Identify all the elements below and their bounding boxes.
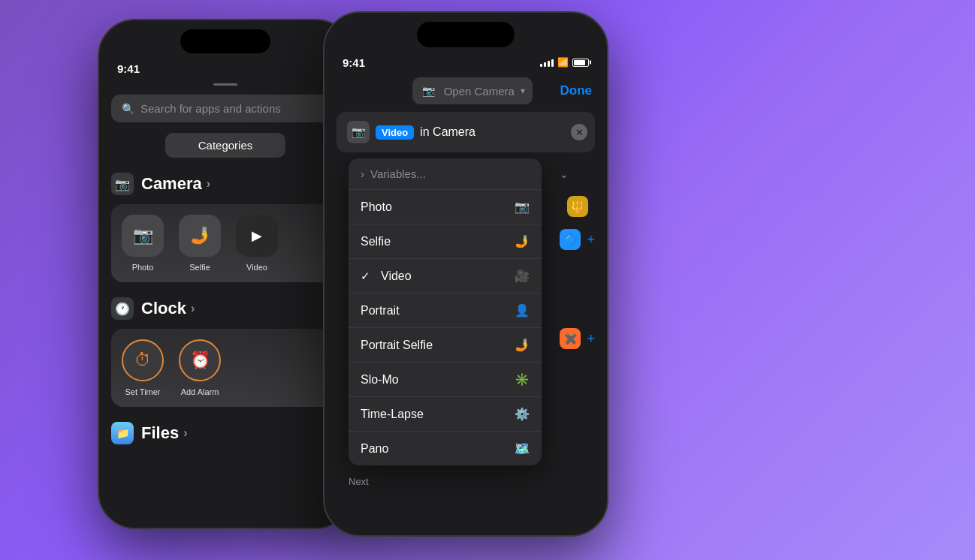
- portrait-selfie-item-label: Portrait Selfie: [361, 339, 433, 352]
- status-bar-2: 9:41 📶: [324, 53, 607, 71]
- camera-section-icon: 📷: [111, 173, 134, 195]
- slomo-item-left: Slo-Mo: [361, 373, 399, 387]
- done-button[interactable]: Done: [560, 83, 593, 98]
- search-bar[interactable]: 🔍 Search for apps and actions: [111, 95, 340, 122]
- action-block-text: in Camera: [420, 125, 475, 139]
- portrait-item-label: Portrait: [361, 304, 400, 318]
- files-section: 📁 Files ›: [111, 422, 340, 444]
- signal-bar-4: [551, 59, 554, 67]
- battery-icon: [572, 59, 589, 67]
- camera-section-header: 📷 Camera ›: [111, 173, 340, 195]
- selfie-label: Selfie: [189, 263, 210, 272]
- selfie-icon: 🤳: [179, 215, 221, 257]
- dropdown-item-portrait-selfie[interactable]: Portrait Selfie 🤳: [349, 328, 542, 363]
- timer-icon: ⏱: [122, 339, 164, 381]
- timelapse-item-left: Time-Lapse: [361, 408, 424, 421]
- dropdown-item-selfie[interactable]: Selfie 🤳: [349, 224, 542, 259]
- dynamic-island-1: [180, 29, 270, 53]
- clock-actions-scroll: ⏱ Set Timer ⏰ Add Alarm: [111, 329, 340, 407]
- action-video[interactable]: ▶ Video: [234, 215, 279, 272]
- panel-item-3: ✖️ +: [560, 322, 595, 355]
- chevron-down-icon: ⌄: [560, 168, 569, 180]
- portrait-selfie-item-icon: 🤳: [515, 338, 530, 352]
- panel-chevron-area: ⌄: [560, 158, 595, 190]
- variables-label: Variables...: [370, 167, 426, 180]
- action-block-camera-icon: 📷: [347, 121, 370, 143]
- phone2-header: 📷 Open Camera ▾ Done: [324, 71, 607, 112]
- time-1: 9:41: [117, 62, 140, 75]
- panel-icon-yellow: 🔱: [567, 196, 588, 217]
- portrait-item-icon: 👤: [515, 303, 530, 318]
- alarm-label: Add Alarm: [181, 387, 219, 396]
- dropdown-item-video[interactable]: ✓ Video 🎥: [349, 259, 542, 294]
- camera-chevron: ›: [207, 177, 210, 191]
- pano-item-label: Pano: [361, 442, 388, 456]
- clock-section-icon: 🕐: [111, 297, 134, 320]
- dropdown-item-timelapse[interactable]: Time-Lapse ⚙️: [349, 397, 542, 432]
- action-selfie[interactable]: 🤳 Selfie: [177, 215, 222, 272]
- video-icon: ▶: [236, 215, 278, 257]
- dynamic-island-2: [417, 22, 515, 47]
- camera-actions-scroll: 📷 Photo 🤳 Selfie ▶ Video: [111, 204, 340, 282]
- dropdown-item-portrait[interactable]: Portrait 👤: [349, 294, 542, 328]
- dropdown-item-slomo[interactable]: Slo-Mo ✳️: [349, 363, 542, 397]
- header-action-title[interactable]: 📷 Open Camera ▾: [412, 77, 533, 104]
- plus-button-3[interactable]: +: [587, 331, 595, 347]
- status-icons: 📶: [540, 57, 589, 68]
- camera-section-title: Camera ›: [141, 174, 210, 194]
- plus-button-2[interactable]: +: [587, 232, 595, 248]
- selfie-item-left: Selfie: [361, 235, 391, 248]
- files-section-title: Files ›: [141, 423, 187, 443]
- search-placeholder: Search for apps and actions: [140, 102, 281, 115]
- categories-button[interactable]: Categories: [165, 133, 285, 158]
- phone-1: 9:41 🔍 Search for apps and actions Categ…: [98, 19, 353, 529]
- dropdown-variables-header[interactable]: › Variables...: [349, 158, 542, 190]
- signal-bar-3: [548, 61, 550, 67]
- selfie-item-icon: 🤳: [515, 234, 530, 248]
- files-chevron: ›: [183, 426, 187, 440]
- alarm-icon: ⏰: [179, 339, 221, 381]
- dropdown-item-pano[interactable]: Pano 🗺️: [349, 432, 542, 465]
- action-set-timer[interactable]: ⏱ Set Timer: [120, 339, 165, 396]
- action-add-alarm[interactable]: ⏰ Add Alarm: [177, 339, 222, 396]
- video-item-icon: 🎥: [515, 269, 530, 283]
- signal-bar-1: [540, 64, 542, 67]
- clock-section-header: 🕐 Clock ›: [111, 297, 340, 320]
- portrait-item-left: Portrait: [361, 304, 400, 318]
- status-bar-1: 9:41: [99, 59, 352, 77]
- timelapse-item-icon: ⚙️: [515, 407, 530, 421]
- action-photo[interactable]: 📷 Photo: [120, 215, 165, 272]
- time-2: 9:41: [343, 56, 365, 69]
- pano-item-left: Pano: [361, 442, 388, 456]
- photo-item-icon: 📷: [515, 200, 530, 214]
- action-block: 📷 Video in Camera ✕: [337, 112, 595, 152]
- dropdown-item-photo[interactable]: Photo 📷: [349, 190, 542, 224]
- signal-bar-2: [544, 62, 546, 67]
- video-item-label: Video: [381, 269, 412, 283]
- panel-item-1: 🔱: [560, 190, 595, 223]
- right-panel: ⌄ 🔱 🔷 + ✖️ +: [554, 158, 595, 465]
- video-tag[interactable]: Video: [376, 125, 414, 140]
- phone-2: 9:41 📶 📷 Open Camera ▾ Done 📷 Video in: [323, 11, 608, 537]
- close-button[interactable]: ✕: [571, 124, 587, 140]
- panel-icon-orange: ✖️: [560, 328, 581, 349]
- header-camera-icon: 📷: [420, 82, 438, 100]
- scroll-handle: [213, 83, 237, 86]
- timelapse-item-label: Time-Lapse: [361, 408, 424, 421]
- video-item-left: ✓ Video: [361, 269, 412, 283]
- timer-label: Set Timer: [125, 387, 160, 396]
- dropdown-menu: › Variables... Photo 📷 Selfie 🤳 ✓: [349, 158, 542, 465]
- next-label: Next: [337, 470, 381, 490]
- checkmark-icon: ✓: [361, 269, 370, 283]
- video-label: Video: [246, 263, 267, 272]
- battery-fill: [574, 60, 585, 65]
- next-area: Next: [324, 471, 607, 491]
- portrait-selfie-item-left: Portrait Selfie: [361, 339, 433, 352]
- photo-item-label: Photo: [361, 200, 392, 214]
- slomo-item-label: Slo-Mo: [361, 373, 399, 387]
- search-icon: 🔍: [122, 103, 134, 115]
- wifi-icon: 📶: [557, 57, 569, 68]
- photo-item-left: Photo: [361, 200, 392, 214]
- panel-item-2: 🔷 +: [560, 223, 595, 256]
- clock-chevron: ›: [191, 302, 195, 315]
